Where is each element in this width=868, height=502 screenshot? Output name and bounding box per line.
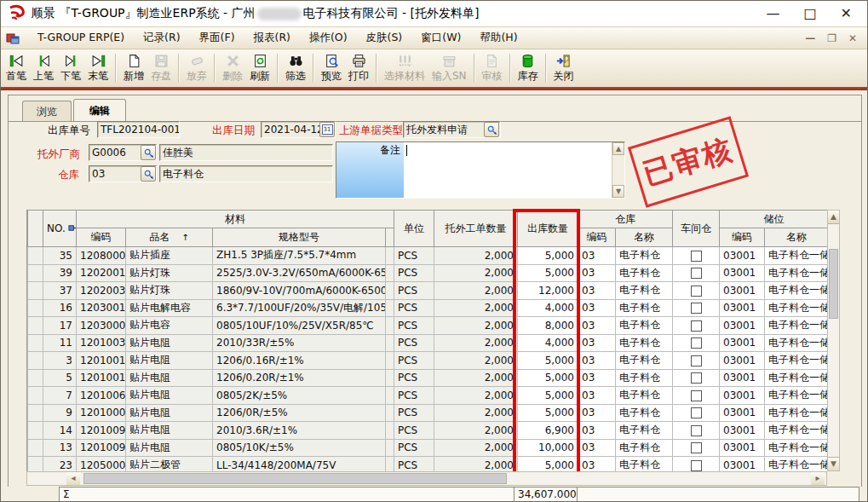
col-header-wh-code[interactable]: 编码 xyxy=(578,228,616,247)
col-header-wo-qty[interactable]: 托外工单数量 xyxy=(434,211,518,247)
row-indicator-cell[interactable] xyxy=(28,299,43,317)
warehouse-code-cell[interactable]: 03 xyxy=(578,264,616,282)
col-header-no[interactable]: NO. xyxy=(43,211,77,247)
toolbar-button-nav-next[interactable]: 下笔 xyxy=(57,50,84,86)
vendor-lookup-button[interactable] xyxy=(141,145,156,160)
out-qty-cell[interactable]: 5,000 xyxy=(518,457,578,472)
close-button[interactable]: ✕ xyxy=(841,1,852,26)
col-header-out-qty[interactable]: 出库数量 xyxy=(518,211,578,247)
workshop-checkbox[interactable] xyxy=(691,251,702,262)
toolbar-button-nav-first[interactable]: 首笔 xyxy=(3,50,30,86)
workshop-checkbox[interactable] xyxy=(691,442,702,453)
table-row[interactable]: 3912020016贴片灯珠2525/3.0V-3.2V/650mA/6000K… xyxy=(28,264,828,282)
toolbar-button-new-doc[interactable]: 新增 xyxy=(120,50,147,86)
toolbar-button-close-door[interactable]: 关闭 xyxy=(550,50,578,86)
workshop-cell[interactable] xyxy=(673,247,720,265)
col-header-unit[interactable]: 单位 xyxy=(394,211,434,247)
remark-scrollbar[interactable]: ▲ ▼ xyxy=(612,142,624,198)
location-code-cell[interactable]: 03001 xyxy=(720,369,765,387)
table-row[interactable]: 712010063贴片电阻0805/2K/±5%PCS2,0005,00003电… xyxy=(28,387,828,405)
warehouse-code-cell[interactable]: 03 xyxy=(578,334,616,352)
table-row[interactable]: 512010012贴片电阻1206/0.20R/±1%PCS2,0005,000… xyxy=(28,369,828,387)
mdi-restore-button[interactable]: ❐ xyxy=(827,32,836,44)
menu-item[interactable]: 帮助(H) xyxy=(470,31,526,45)
row-indicator-cell[interactable] xyxy=(28,282,43,300)
workshop-cell[interactable] xyxy=(673,369,720,387)
location-code-cell[interactable]: 03001 xyxy=(720,317,765,335)
out-qty-cell[interactable]: 10,000 xyxy=(518,439,578,457)
location-code-cell[interactable]: 03001 xyxy=(720,422,765,440)
warehouse-code-cell[interactable]: 03 xyxy=(578,457,616,472)
tab-edit[interactable]: 编辑 xyxy=(73,99,126,121)
out-qty-cell[interactable]: 5,000 xyxy=(518,369,578,387)
location-code-cell[interactable]: 03001 xyxy=(720,352,765,370)
row-indicator-cell[interactable] xyxy=(28,404,43,422)
out-qty-cell[interactable]: 5,000 xyxy=(518,387,578,405)
minimize-button[interactable]: — xyxy=(766,1,779,26)
toolbar-button-inventory[interactable]: 库存 xyxy=(514,50,542,86)
toolbar-button-nav-prev[interactable]: 上笔 xyxy=(30,50,57,86)
workshop-checkbox[interactable] xyxy=(691,425,702,436)
row-indicator-cell[interactable] xyxy=(28,369,43,387)
col-header-spec[interactable]: 规格型号 xyxy=(213,228,386,247)
workshop-cell[interactable] xyxy=(673,264,720,282)
workshop-checkbox[interactable] xyxy=(691,355,702,366)
warehouse-code-cell[interactable]: 03 xyxy=(578,282,616,300)
location-code-cell[interactable]: 03001 xyxy=(720,439,765,457)
table-row[interactable]: 312010010贴片电阻1206/0.16R/±1%PCS2,0005,000… xyxy=(28,352,828,370)
warehouse-code-cell[interactable]: 03 xyxy=(578,387,616,405)
scroll-down-icon[interactable]: ▼ xyxy=(612,185,624,198)
order-no-field[interactable]: TFL202104-0017 xyxy=(97,121,180,138)
workshop-checkbox[interactable] xyxy=(691,320,702,332)
workshop-cell[interactable] xyxy=(673,422,720,440)
menu-item[interactable]: 窗口(W) xyxy=(411,31,470,45)
menu-item[interactable]: 界面(F) xyxy=(190,31,244,45)
scroll-down-icon[interactable]: ▼ xyxy=(828,457,839,470)
location-code-cell[interactable]: 03001 xyxy=(720,387,765,405)
remark-textarea[interactable] xyxy=(404,142,612,198)
out-qty-cell[interactable]: 12,000 xyxy=(518,282,578,300)
vertical-scroll-thumb[interactable] xyxy=(829,249,838,319)
workshop-cell[interactable] xyxy=(673,387,720,405)
warehouse-lookup-button[interactable] xyxy=(141,166,156,182)
row-indicator-cell[interactable] xyxy=(28,264,43,282)
table-row[interactable]: 2312050006贴片二极管LL-34/4148/200MA/75VPCS2,… xyxy=(28,457,828,472)
workshop-cell[interactable] xyxy=(673,334,720,352)
grid-vertical-scrollbar[interactable]: ▲ ▼ xyxy=(827,210,840,471)
warehouse-code-cell[interactable]: 03 xyxy=(578,439,616,457)
workshop-checkbox[interactable] xyxy=(691,390,702,401)
out-qty-cell[interactable]: 5,000 xyxy=(518,264,578,282)
warehouse-code-cell[interactable]: 03 xyxy=(578,404,616,422)
table-row[interactable]: 1412010095贴片电阻2010/3.6R/±1%PCS2,0006,900… xyxy=(28,422,828,440)
workshop-checkbox[interactable] xyxy=(691,338,702,349)
col-header-loc-name[interactable]: 名称 xyxy=(765,228,828,247)
table-row[interactable]: 1112010036贴片电阻2010/33R/±5%PCS2,0004,0000… xyxy=(28,334,828,352)
table-row[interactable]: 3712020035贴片灯珠1860/9V-10V/700mA/6000K-65… xyxy=(28,282,828,300)
col-header-workshop[interactable]: 车间仓 xyxy=(673,211,720,247)
toolbar-button-refresh[interactable]: 刷新 xyxy=(246,50,273,86)
workshop-cell[interactable] xyxy=(673,282,720,300)
warehouse-code-cell[interactable]: 03 xyxy=(578,352,616,370)
calendar-button[interactable]: 31 xyxy=(319,122,335,137)
menu-item[interactable]: T-GROUP ERP(E) xyxy=(28,31,134,45)
toolbar-button-nav-last[interactable]: 末笔 xyxy=(84,50,112,86)
location-code-cell[interactable]: 03001 xyxy=(720,264,765,282)
horizontal-scroll-thumb[interactable] xyxy=(83,473,507,484)
col-header-loc-code[interactable]: 编码 xyxy=(720,228,765,247)
table-row[interactable]: 1612030010贴片电解电容6.3*7.7/100UF/20%/35V/电解… xyxy=(28,299,828,317)
out-qty-cell[interactable]: 5,000 xyxy=(518,247,578,265)
col-header-name[interactable]: 品名↑ xyxy=(126,228,213,247)
workshop-cell[interactable] xyxy=(673,457,720,472)
scroll-up-icon[interactable]: ▲ xyxy=(828,211,839,224)
workshop-checkbox[interactable] xyxy=(691,268,702,279)
out-qty-cell[interactable]: 4,000 xyxy=(518,299,578,317)
warehouse-code-cell[interactable]: 03 xyxy=(578,299,616,317)
row-indicator-cell[interactable] xyxy=(28,422,43,440)
location-code-cell[interactable]: 03001 xyxy=(720,247,765,265)
location-code-cell[interactable]: 03001 xyxy=(720,282,765,300)
menu-item[interactable]: 操作(O) xyxy=(300,31,357,45)
col-header-code[interactable]: 编码 xyxy=(77,228,126,247)
out-qty-cell[interactable]: 5,000 xyxy=(518,404,578,422)
location-code-cell[interactable]: 03001 xyxy=(720,334,765,352)
mdi-close-button[interactable]: ✕ xyxy=(848,32,857,44)
